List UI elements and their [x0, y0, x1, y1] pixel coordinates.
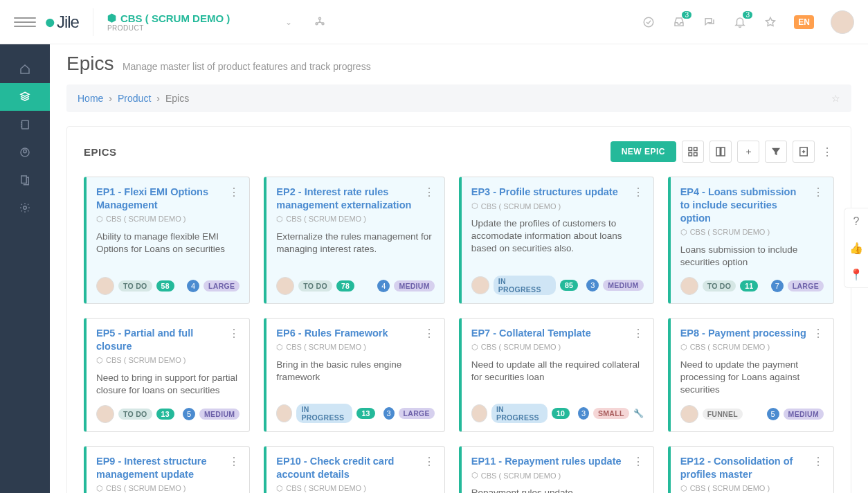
card-menu-icon[interactable]: ⋮	[633, 455, 644, 468]
grid-view-button[interactable]	[682, 141, 704, 163]
status-pill: TO DO	[118, 280, 152, 292]
card-menu-icon[interactable]: ⋮	[424, 327, 435, 340]
page-title: Epics	[66, 53, 114, 74]
svg-point-8	[24, 206, 27, 210]
card-menu-icon[interactable]: ⋮	[424, 455, 435, 481]
card-menu-icon[interactable]: ⋮	[813, 186, 824, 225]
bell-icon[interactable]: 3	[733, 15, 747, 29]
epic-title[interactable]: EP11 - Repayment rules update	[471, 455, 622, 468]
epic-title[interactable]: EP12 - Consolidation of profiles master	[680, 455, 807, 481]
org-icon[interactable]	[313, 15, 327, 29]
column-view-button[interactable]	[709, 141, 732, 163]
cards-grid: EP1 - Flexi EMI Options Management ⋮ ⬡ C…	[84, 177, 834, 493]
sidebar-epics[interactable]	[0, 83, 50, 111]
epic-description: Externalize the rules management for man…	[276, 231, 434, 256]
card-menu-icon[interactable]: ⋮	[228, 186, 239, 212]
epic-card[interactable]: EP11 - Repayment rules update ⋮ ⬡ CBS ( …	[459, 446, 654, 493]
epic-description: Update the profiles of customers to acco…	[471, 217, 644, 256]
assignee-avatar[interactable]	[471, 404, 487, 422]
epic-product: ⬡ CBS ( SCRUM DEMO )	[96, 215, 239, 224]
breadcrumb-home[interactable]: Home	[78, 93, 103, 104]
epic-product: ⬡ CBS ( SCRUM DEMO )	[471, 471, 644, 480]
epic-card[interactable]: EP5 - Partial and full closure ⋮ ⬡ CBS (…	[84, 318, 250, 432]
epic-card[interactable]: EP10 - Check credit card account details…	[264, 446, 444, 493]
help-icon[interactable]: ?	[844, 208, 868, 235]
epic-product: ⬡ CBS ( SCRUM DEMO )	[680, 484, 824, 493]
assignee-avatar[interactable]	[276, 404, 292, 422]
sidebar-home[interactable]	[0, 55, 50, 83]
chat-icon[interactable]	[703, 15, 716, 29]
card-menu-icon[interactable]: ⋮	[228, 327, 239, 353]
sidebar-sourcetree[interactable]	[0, 138, 50, 166]
assignee-avatar[interactable]	[96, 405, 114, 423]
epic-title[interactable]: EP6 - Rules Framework	[276, 327, 388, 340]
epic-title[interactable]: EP2 - Interest rate rules management ext…	[276, 186, 417, 212]
epic-title[interactable]: EP9 - Interest structure management upda…	[96, 455, 223, 481]
epic-description: Ability to manage flexible EMI Options f…	[96, 231, 239, 256]
check-icon[interactable]	[642, 15, 655, 29]
epic-card[interactable]: EP6 - Rules Framework ⋮ ⬡ CBS ( SCRUM DE…	[264, 318, 444, 432]
epic-card[interactable]: EP4 - Loans submission to include securi…	[668, 177, 834, 304]
card-menu-icon[interactable]: ⋮	[633, 186, 644, 199]
epic-title[interactable]: EP5 - Partial and full closure	[96, 327, 223, 353]
assignee-avatar[interactable]	[276, 277, 294, 295]
epic-title[interactable]: EP1 - Flexi EMI Options Management	[96, 186, 223, 212]
epic-card[interactable]: EP12 - Consolidation of profiles master …	[668, 446, 834, 493]
svg-rect-7	[21, 176, 27, 183]
epic-title[interactable]: EP7 - Collateral Template	[471, 327, 591, 340]
add-button[interactable]: ＋	[737, 141, 759, 163]
export-button[interactable]	[793, 141, 815, 163]
epic-card[interactable]: EP7 - Collateral Template ⋮ ⬡ CBS ( SCRU…	[459, 318, 654, 432]
divider	[93, 8, 93, 36]
epic-title[interactable]: EP4 - Loans submission to include securi…	[680, 186, 807, 225]
points-pill: 3	[383, 407, 395, 420]
epic-title[interactable]: EP3 - Profile structures update	[471, 186, 618, 199]
card-menu-icon[interactable]: ⋮	[633, 327, 644, 340]
svg-rect-9	[689, 147, 692, 151]
breadcrumb-product[interactable]: Product	[118, 93, 151, 104]
language-button[interactable]: EN	[794, 15, 814, 29]
page-subtitle: Manage master list of product features a…	[123, 61, 371, 72]
card-menu-icon[interactable]: ⋮	[813, 455, 824, 481]
new-epic-button[interactable]: NEW EPIC	[611, 141, 676, 162]
points-pill: 3	[586, 279, 599, 292]
status-pill: FUNNEL	[703, 409, 743, 420]
size-pill: SMALL	[593, 408, 629, 419]
assignee-avatar[interactable]	[680, 405, 698, 423]
card-menu-icon[interactable]: ⋮	[813, 327, 824, 340]
count-pill: 11	[740, 280, 758, 292]
epic-description: Need to update the payment processing fo…	[680, 359, 824, 397]
product-selector[interactable]: ⬢CBS ( SCRUM DEMO ) PRODUCT ⌄	[107, 12, 292, 32]
inbox-icon[interactable]: 3	[672, 15, 686, 29]
main: Epics Manage master list of product feat…	[50, 44, 868, 493]
epic-product: ⬡ CBS ( SCRUM DEMO )	[680, 228, 824, 237]
star-icon[interactable]	[763, 15, 777, 29]
assignee-avatar[interactable]	[680, 277, 698, 295]
filter-button[interactable]	[765, 141, 787, 163]
epic-card[interactable]: EP9 - Interest structure management upda…	[84, 446, 250, 493]
sidebar-docs[interactable]	[0, 166, 50, 194]
epic-card[interactable]: EP3 - Profile structures update ⋮ ⬡ CBS …	[459, 177, 654, 304]
epic-card[interactable]: EP1 - Flexi EMI Options Management ⋮ ⬡ C…	[84, 177, 250, 304]
epic-title[interactable]: EP8 - Payment processing	[680, 327, 806, 340]
logo[interactable]: ●Jile	[44, 12, 79, 32]
points-pill: 3	[578, 407, 589, 420]
card-menu-icon[interactable]: ⋮	[424, 186, 435, 212]
sidebar-settings[interactable]	[0, 194, 50, 222]
epic-card[interactable]: EP2 - Interest rate rules management ext…	[264, 177, 444, 304]
size-pill: MEDIUM	[199, 409, 239, 420]
svg-point-6	[24, 150, 27, 153]
card-menu-icon[interactable]: ⋮	[228, 455, 239, 481]
more-button[interactable]: ⋮	[820, 145, 834, 159]
epic-title[interactable]: EP10 - Check credit card account details	[276, 455, 417, 481]
user-avatar[interactable]	[831, 10, 854, 34]
thumbs-up-icon[interactable]: 👍	[844, 235, 868, 261]
svg-point-0	[319, 17, 321, 19]
favorite-star-icon[interactable]: ☆	[831, 93, 840, 104]
sidebar-notebook[interactable]	[0, 111, 50, 138]
assignee-avatar[interactable]	[96, 277, 114, 295]
feedback-icon[interactable]: 📍	[844, 261, 868, 287]
menu-toggle[interactable]	[14, 11, 36, 33]
epic-card[interactable]: EP8 - Payment processing ⋮ ⬡ CBS ( SCRUM…	[668, 318, 834, 432]
assignee-avatar[interactable]	[471, 276, 489, 294]
